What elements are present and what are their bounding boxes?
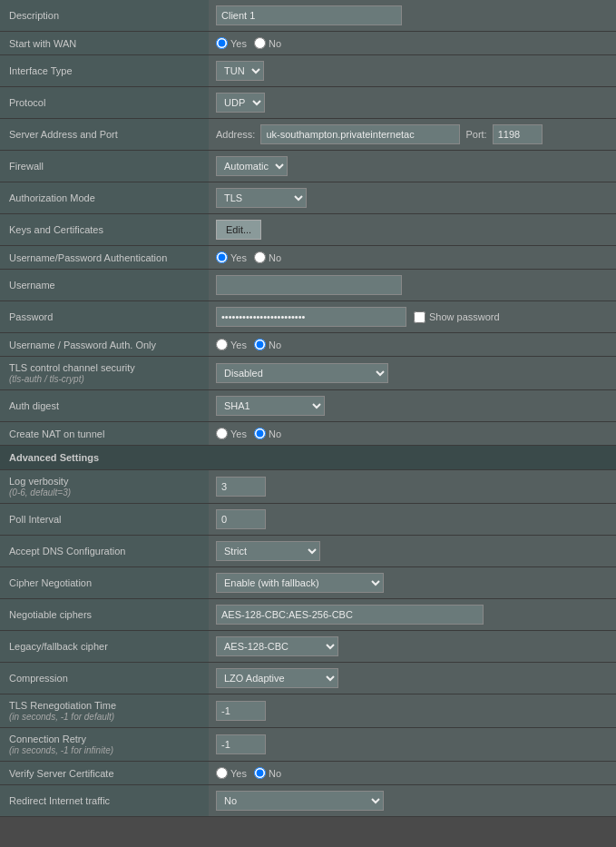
accept-dns-label: Accept DNS Configuration — [0, 536, 209, 567]
start-with-wan-radio-group: Yes No — [216, 37, 609, 49]
legacy-cipher-label: Legacy/fallback cipher — [0, 631, 209, 663]
up-auth-only-label: Username / Password Auth. Only — [0, 333, 209, 357]
verify-server-cert-yes-label[interactable]: Yes — [216, 767, 247, 779]
up-auth-only-yes-label[interactable]: Yes — [216, 339, 247, 350]
user-pass-auth-no-radio[interactable] — [254, 251, 266, 263]
auth-digest-label: Auth digest — [0, 390, 209, 422]
password-input[interactable] — [216, 307, 406, 327]
keys-certs-label: Keys and Certificates — [0, 214, 209, 246]
log-verbosity-input[interactable] — [216, 477, 266, 497]
legacy-cipher-cell: AES-128-CBC AES-256-CBC BF-CBC — [209, 631, 616, 663]
description-label: Description — [0, 0, 209, 32]
up-auth-only-cell: Yes No — [209, 333, 616, 357]
up-auth-only-radio-group: Yes No — [216, 339, 609, 350]
start-with-wan-no-radio[interactable] — [254, 37, 266, 49]
firewall-label: Firewall — [0, 151, 209, 182]
negotiable-ciphers-label: Negotiable ciphers — [0, 599, 209, 631]
up-auth-only-no-label[interactable]: No — [254, 339, 281, 350]
user-pass-auth-label: Username/Password Authentication — [0, 246, 209, 270]
protocol-select[interactable]: UDP TCP — [216, 93, 265, 113]
verify-server-cert-cell: Yes No — [209, 762, 616, 785]
auth-mode-cell: TLS Static Key Password Only — [209, 182, 616, 214]
up-auth-only-yes-radio[interactable] — [216, 339, 228, 350]
accept-dns-select[interactable]: Strict Relaxed No Disabled — [216, 541, 320, 561]
user-pass-auth-yes-label[interactable]: Yes — [216, 251, 247, 263]
server-address-cell: Address: Port: — [209, 119, 616, 151]
verify-server-cert-no-radio[interactable] — [254, 767, 266, 779]
tls-reneg-cell — [209, 694, 616, 728]
create-nat-radio-group: Yes No — [216, 428, 609, 439]
compression-cell: LZO Adaptive LZO None — [209, 663, 616, 694]
accept-dns-cell: Strict Relaxed No Disabled — [209, 536, 616, 567]
log-verbosity-cell — [209, 470, 616, 504]
show-password-checkbox[interactable] — [414, 311, 425, 323]
negotiable-ciphers-input[interactable] — [216, 605, 484, 625]
interface-type-select[interactable]: TUN TAP — [216, 61, 264, 81]
show-password-label[interactable]: Show password — [414, 311, 500, 323]
create-nat-no-label[interactable]: No — [254, 428, 281, 439]
interface-type-label: Interface Type — [0, 55, 209, 87]
start-with-wan-yes-radio[interactable] — [216, 37, 228, 49]
compression-select[interactable]: LZO Adaptive LZO None — [216, 668, 338, 688]
auth-mode-select[interactable]: TLS Static Key Password Only — [216, 188, 307, 208]
create-nat-yes-radio[interactable] — [216, 428, 228, 439]
create-nat-no-radio[interactable] — [254, 428, 266, 439]
legacy-cipher-select[interactable]: AES-128-CBC AES-256-CBC BF-CBC — [216, 636, 338, 656]
port-input[interactable] — [493, 124, 543, 144]
user-pass-auth-yes-radio[interactable] — [216, 251, 228, 263]
poll-interval-label: Poll Interval — [0, 504, 209, 536]
redirect-internet-cell: No Yes Policy Rules — [209, 785, 616, 817]
address-row: Address: Port: — [216, 124, 609, 144]
username-label: Username — [0, 270, 209, 301]
firewall-cell: Automatic Manual None — [209, 151, 616, 182]
verify-server-cert-yes-radio[interactable] — [216, 767, 228, 779]
log-verbosity-label: Log verbosity (0-6, default=3) — [0, 470, 209, 504]
auth-digest-select[interactable]: SHA1 SHA256 SHA512 MD5 — [216, 396, 325, 416]
compression-label: Compression — [0, 663, 209, 694]
verify-server-cert-radio-group: Yes No — [216, 767, 609, 779]
description-cell — [209, 0, 616, 32]
poll-interval-cell — [209, 504, 616, 536]
start-with-wan-label: Start with WAN — [0, 32, 209, 55]
connection-retry-label: Connection Retry (in seconds, -1 for inf… — [0, 728, 209, 762]
protocol-cell: UDP TCP — [209, 87, 616, 119]
start-with-wan-cell: Yes No — [209, 32, 616, 55]
address-input[interactable] — [260, 124, 460, 144]
tls-reneg-input[interactable] — [216, 701, 266, 721]
tls-control-cell: Disabled Enabled (tls-auth) Enabled (tls… — [209, 357, 616, 390]
edit-button[interactable]: Edit... — [216, 220, 261, 240]
keys-certs-cell: Edit... — [209, 214, 616, 246]
connection-retry-cell — [209, 728, 616, 762]
server-address-label: Server Address and Port — [0, 119, 209, 151]
tls-reneg-label: TLS Renegotiation Time (in seconds, -1 f… — [0, 694, 209, 728]
up-auth-only-no-radio[interactable] — [254, 339, 266, 350]
redirect-internet-select[interactable]: No Yes Policy Rules — [216, 791, 384, 811]
user-pass-auth-no-label[interactable]: No — [254, 251, 281, 263]
password-row: Show password — [216, 307, 609, 327]
verify-server-cert-label: Verify Server Certificate — [0, 762, 209, 785]
start-with-wan-no-label[interactable]: No — [254, 37, 281, 49]
create-nat-label: Create NAT on tunnel — [0, 422, 209, 446]
firewall-select[interactable]: Automatic Manual None — [216, 156, 288, 176]
connection-retry-input[interactable] — [216, 734, 266, 754]
cipher-negotiation-cell: Enable (with fallback) Enable Disable — [209, 567, 616, 599]
negotiable-ciphers-cell — [209, 599, 616, 631]
password-cell: Show password — [209, 301, 616, 333]
interface-type-cell: TUN TAP — [209, 55, 616, 87]
verify-server-cert-no-label[interactable]: No — [254, 767, 281, 779]
tls-control-select[interactable]: Disabled Enabled (tls-auth) Enabled (tls… — [216, 363, 388, 383]
cipher-negotiation-select[interactable]: Enable (with fallback) Enable Disable — [216, 573, 384, 593]
auth-mode-label: Authorization Mode — [0, 182, 209, 214]
password-label: Password — [0, 301, 209, 333]
username-input[interactable] — [216, 275, 402, 295]
description-input[interactable] — [216, 5, 402, 25]
create-nat-yes-label[interactable]: Yes — [216, 428, 247, 439]
tls-control-label: TLS control channel security (tls-auth /… — [0, 357, 209, 390]
create-nat-cell: Yes No — [209, 422, 616, 446]
port-text-label: Port: — [465, 129, 486, 140]
poll-interval-input[interactable] — [216, 509, 266, 529]
user-pass-auth-radio-group: Yes No — [216, 251, 609, 263]
start-with-wan-yes-label[interactable]: Yes — [216, 37, 247, 49]
username-cell — [209, 270, 616, 301]
redirect-internet-label: Redirect Internet traffic — [0, 785, 209, 817]
